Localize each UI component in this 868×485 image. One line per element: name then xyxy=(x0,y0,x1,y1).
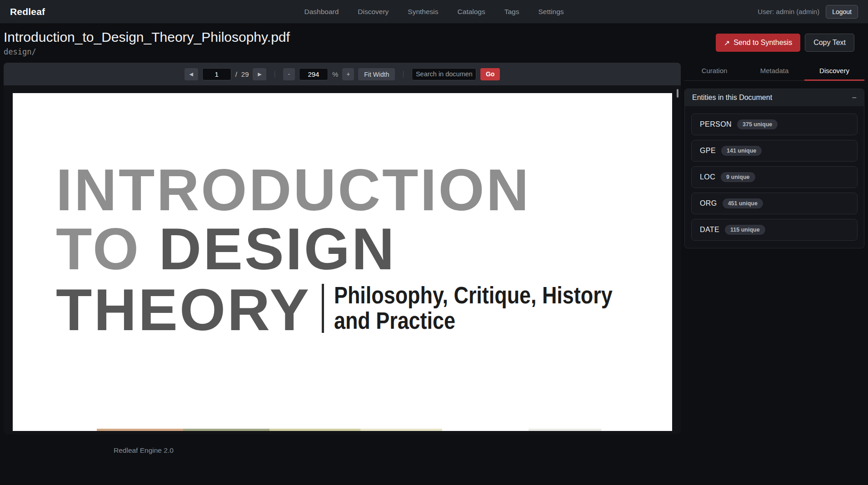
nav-menu: Dashboard Discovery Synthesis Catalogs T… xyxy=(304,0,564,23)
next-page-button[interactable]: ▶ xyxy=(253,68,266,80)
fit-width-button[interactable]: Fit Width xyxy=(358,68,395,80)
user-label: User: admin (admin) xyxy=(758,8,819,15)
nav-item-synthesis[interactable]: Synthesis xyxy=(408,8,438,16)
sidebar-tabs: Curation Metadata Discovery xyxy=(684,63,864,81)
entity-row-person[interactable]: PERSON 375 unique xyxy=(691,114,858,135)
entity-type-label: LOC xyxy=(700,173,715,181)
logout-button[interactable]: Logout xyxy=(826,5,858,19)
entity-count-badge: 9 unique xyxy=(721,172,755,182)
toolbar-divider: | xyxy=(402,69,404,79)
arrow-up-right-icon: ↗ xyxy=(724,39,730,47)
tab-curation[interactable]: Curation xyxy=(684,63,744,81)
zoom-in-button[interactable]: + xyxy=(342,68,354,80)
toolbar-divider: | xyxy=(274,69,275,79)
page-total: 29 xyxy=(241,70,249,78)
entity-row-gpe[interactable]: GPE 141 unique xyxy=(691,140,858,162)
cover-line-1: INTRODUCTION xyxy=(56,160,650,219)
entities-panel: Entities in this Document − PERSON 375 u… xyxy=(684,89,864,248)
entity-count-badge: 375 unique xyxy=(737,119,778,129)
pdf-toolbar: ◀ / 29 ▶ | - % + Fit Width | Go xyxy=(4,63,681,85)
footer-engine-label: Redleaf Engine 2.0 xyxy=(114,446,868,455)
zoom-level-input[interactable] xyxy=(299,68,328,80)
pdf-cover-text: INTRODUCTION TO DESIGN THEORY Philosophy… xyxy=(56,160,650,339)
pdf-page: INTRODUCTION TO DESIGN THEORY Philosophy… xyxy=(13,93,672,431)
entity-count-badge: 141 unique xyxy=(721,146,762,156)
collapse-icon[interactable]: − xyxy=(852,94,857,102)
tab-metadata[interactable]: Metadata xyxy=(744,63,804,81)
send-to-synthesis-button[interactable]: ↗ Send to Synthesis xyxy=(716,34,800,52)
entity-count-badge: 451 unique xyxy=(723,198,763,208)
nav-item-tags[interactable]: Tags xyxy=(504,8,519,16)
entity-row-date[interactable]: DATE 115 unique xyxy=(691,219,858,241)
page-bottom-image-strip xyxy=(97,429,601,431)
nav-item-dashboard[interactable]: Dashboard xyxy=(304,8,339,16)
entity-row-loc[interactable]: LOC 9 unique xyxy=(691,166,858,188)
top-nav: Redleaf Dashboard Discovery Synthesis Ca… xyxy=(0,0,868,24)
cover-divider-bar xyxy=(322,284,324,333)
nav-item-catalogs[interactable]: Catalogs xyxy=(458,8,485,16)
cover-line-3: THEORY xyxy=(56,280,311,339)
page-number-input[interactable] xyxy=(202,68,231,80)
entity-count-badge: 115 unique xyxy=(725,225,765,235)
document-title: Introduction_to_Design_Theory_Philosophy… xyxy=(4,30,290,45)
cover-subtitle: Philosophy, Critique, History and Practi… xyxy=(334,283,613,334)
prev-page-button[interactable]: ◀ xyxy=(185,68,198,80)
page-header: Introduction_to_Design_Theory_Philosophy… xyxy=(0,24,868,56)
viewer-scrollbar-thumb[interactable] xyxy=(677,89,678,98)
entities-panel-title: Entities in this Document xyxy=(692,94,772,102)
pdf-stage[interactable]: INTRODUCTION TO DESIGN THEORY Philosophy… xyxy=(4,85,681,434)
document-path: design/ xyxy=(4,47,290,56)
send-to-synthesis-label: Send to Synthesis xyxy=(733,39,792,47)
percent-label: % xyxy=(332,70,338,78)
entities-panel-header[interactable]: Entities in this Document − xyxy=(685,89,864,106)
entity-type-label: GPE xyxy=(700,147,716,155)
brand-logo[interactable]: Redleaf xyxy=(10,6,45,17)
copy-text-button[interactable]: Copy Text xyxy=(805,34,854,52)
search-input[interactable] xyxy=(412,68,476,80)
right-sidebar: Curation Metadata Discovery Entities in … xyxy=(684,63,864,248)
nav-item-settings[interactable]: Settings xyxy=(539,8,564,16)
entity-type-label: PERSON xyxy=(700,120,732,129)
nav-item-discovery[interactable]: Discovery xyxy=(358,8,389,16)
entity-type-label: ORG xyxy=(700,199,717,208)
tab-discovery[interactable]: Discovery xyxy=(804,63,864,81)
entity-row-org[interactable]: ORG 451 unique xyxy=(691,193,858,214)
entities-panel-body: PERSON 375 unique GPE 141 unique LOC 9 u… xyxy=(685,106,864,248)
search-go-button[interactable]: Go xyxy=(480,68,500,80)
cover-line-2: TO DESIGN xyxy=(56,219,650,278)
entity-type-label: DATE xyxy=(700,226,719,234)
zoom-out-button[interactable]: - xyxy=(283,68,295,80)
page-divider: / xyxy=(235,70,237,78)
pdf-viewer: ◀ / 29 ▶ | - % + Fit Width | Go INTRODUC… xyxy=(4,63,681,434)
